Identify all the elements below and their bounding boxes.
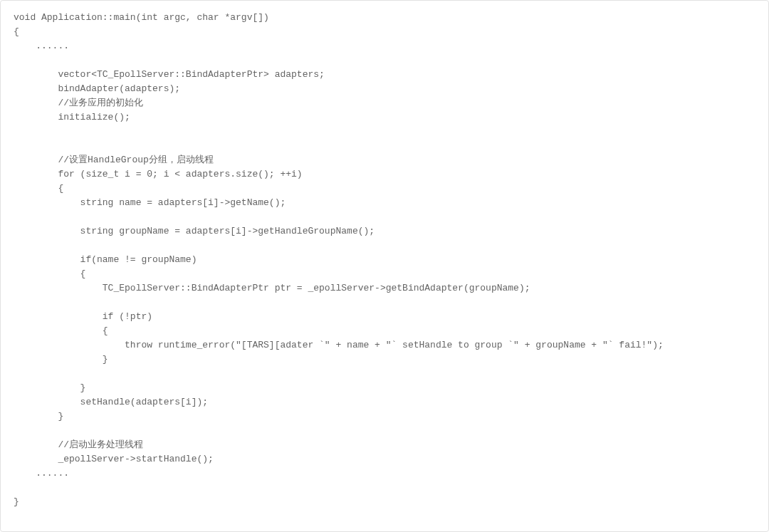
code-content: void Application::main(int argc, char *a… xyxy=(14,12,664,507)
code-pre: void Application::main(int argc, char *a… xyxy=(14,11,755,509)
code-block-container: void Application::main(int argc, char *a… xyxy=(0,0,769,532)
